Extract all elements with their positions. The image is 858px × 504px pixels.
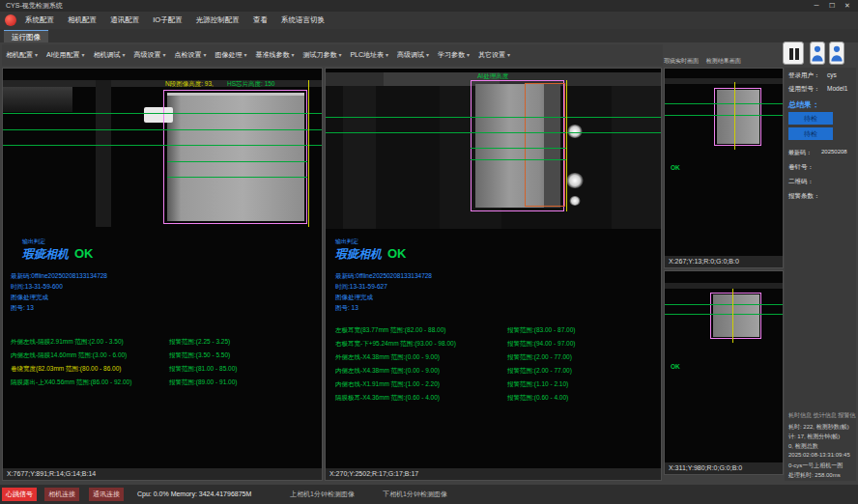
toolbar-item-other-settings[interactable]: 其它设置▾ [478,44,510,66]
measurement-alarm: 报警范围:(94.00 - 97.00) [507,341,575,348]
chevron-down-icon: ▾ [204,52,207,58]
user-icon [830,42,844,64]
toolbar-label: 点检设置 [175,51,202,58]
toolbar-item-baseline-params[interactable]: 基准线参数▾ [255,44,294,66]
run-control-box [783,41,856,66]
judge-label: 输出判定 [335,238,358,244]
toolbar-item-camera-config[interactable]: 相机配置▾ [6,44,38,66]
close-button[interactable]: ✕ [841,0,854,12]
minimize-button[interactable]: ─ [810,0,823,12]
chevron-down-icon: ▾ [338,52,341,58]
latest-code-label: 最新码： [788,149,812,157]
maximize-button[interactable]: ☐ [825,0,839,12]
roi-outline-pink [714,88,761,146]
toolbar-item-image-processing[interactable]: 图像处理▾ [214,44,246,66]
measurement-alarm: 报警范围:(1.10 - 2.10) [507,381,568,388]
toolbar-item-camera-debug[interactable]: 相机调试▾ [94,44,126,66]
info-frame-no: 图号: 13 [11,305,34,312]
status-ok: OK [671,165,680,172]
roi-outline-orange [525,83,565,207]
pixel-coords-readout: X:267;Y:13;R:0;G:0;B:0 [665,256,783,267]
measure-line-green [167,161,307,162]
measurement-value: 外侧左线-隔膜2.91mm 范围:(2.00 - 3.50) [11,339,124,346]
pixel-coords-readout: X:270;Y:2502;R:17;G:17;B:17 [326,468,661,480]
login-user-label: 登录用户： [788,71,820,80]
machine-structure [3,87,72,112]
roi-outline-pink [163,90,307,224]
chevron-down-icon: ▾ [243,52,246,58]
menu-item-system-config[interactable]: 系统配置 [25,12,54,29]
pause-button[interactable] [783,42,804,65]
comm-connection-indicator: 通讯连接 [89,488,124,501]
toolbar-label: PLC地址表 [350,51,384,58]
measurement-alarm: 报警范围:(2.00 - 77.00) [507,354,572,361]
toolbar-item-spot-check[interactable]: 点检设置▾ [175,44,207,66]
stats-header: 耗时信息 统计信息 报警信息 [788,411,856,420]
measure-line-green [3,113,322,114]
toolbar-item-plc-address[interactable]: PLC地址表▾ [350,44,388,66]
toolbar-label: 图像处理 [214,51,242,58]
measurement-value: 外侧左线-X4.38mm 范围:(0.00 - 9.00) [335,354,440,361]
machine-structure [665,283,783,289]
toolbar-label: 相机调试 [94,51,121,58]
toolbar-label: 测试刀参数 [302,51,336,58]
toolbar-item-ai-config[interactable]: AI使用配置▾ [46,44,85,66]
toolbar-item-advanced-debug[interactable]: 高级调试▾ [397,44,429,66]
measure-line-yellow [308,80,309,227]
measure-line-green [167,177,307,178]
measure-line-yellow [734,82,735,150]
tab-run-image[interactable]: 运行图像 [4,30,48,42]
stats-line: 计: 17, 检测分钟(帧) [788,433,840,441]
chevron-down-icon: ▾ [82,52,85,58]
measurement-alarm: 报警范围:(0.60 - 4.00) [507,395,568,402]
pause-icon [789,48,793,60]
camera-view-right[interactable]: AI处理高度 输出判定 瑕疵相机OK 最新码:0ffline2025020813… [325,68,662,481]
preview-tab-result[interactable]: 检测结果画面 [706,58,741,64]
camera-result-title: 瑕疵相机OK [335,246,407,263]
machine-structure [96,80,111,227]
operator-button-2[interactable] [829,42,844,65]
toolbar-label: 相机配置 [6,51,33,58]
qr-code-label: 二维码： [788,178,814,186]
toolbar-item-advanced-settings[interactable]: 高级设置▾ [134,44,166,66]
judge-label: 输出判定 [22,238,45,244]
operator-button-1[interactable] [810,42,825,65]
menu-item-comm-config[interactable]: 通讯配置 [110,12,139,29]
upper-camera-status: 上相机1分钟检测图像 [290,485,355,504]
chevron-down-icon: ▾ [123,52,126,58]
overlay-ai-height-text: AI处理高度 [477,73,508,80]
info-time: 时间:13-31-59-627 [335,284,387,291]
preview-tab-live[interactable]: 瑕疵实时画面 [664,58,699,64]
pin-number-label: 卷针号： [788,163,814,172]
camera-name: 瑕疵相机 [335,247,382,261]
toolbar-item-learning-params[interactable]: 学习参数▾ [438,44,470,66]
coords-text: X:311;Y:980;R:0;G:0;B:0 [669,464,742,471]
machine-structure [612,86,661,229]
preview-view-top[interactable]: OK X:267;Y:13;R:0;G:0;B:0 [664,68,784,268]
pause-icon [795,48,799,60]
toolbar-label: 基准线参数 [255,51,289,58]
menu-item-light-config[interactable]: 光源控制配置 [196,12,240,29]
camera-view-left[interactable]: N段图像高度: 93, HS芯片高度: 150 输出判定 瑕疵相机OK 最新码:… [2,68,323,481]
measurement-value: 隔膜露出-上X40.56mm 范围:(86.00 - 92.00) [11,379,131,386]
measurement-value: 内侧左线-隔膜14.60mm 范围:(3.00 - 6.00) [11,352,127,359]
menu-item-language[interactable]: 系统语言切换 [281,12,325,29]
menu-item-camera-config[interactable]: 相机配置 [68,12,97,29]
info-sidebar: 登录用户： cys 使用型号： Model1 总结果： 待检 待检 最新码： 2… [785,68,856,481]
measurement-value: 内侧右线-X1.91mm 范围:(1.00 - 2.20) [335,381,440,388]
menu-item-view[interactable]: 查看 [253,12,268,29]
window-controls: ─ ☐ ✕ [810,0,854,12]
measurement-value: 内侧左线-X4.38mm 范围:(0.00 - 9.00) [335,368,440,375]
measure-line-green [665,304,783,305]
model-value: Model1 [827,85,847,92]
info-time: 时间:13-31-59-600 [11,284,63,291]
coords-text: X:267;Y:13;R:0;G:0;B:0 [669,258,739,265]
machine-structure [343,86,376,229]
toolbar-item-test-knife-params[interactable]: 测试刀参数▾ [302,44,341,66]
measure-line-green [326,117,661,118]
measurement-alarm: 报警范围:(2.00 - 77.00) [507,368,572,375]
stats-line: 2025:02:08-13:31:09:45 [788,452,850,458]
measure-line-green [3,145,322,146]
menu-item-io-config[interactable]: IO子配置 [153,12,182,29]
preview-view-bottom[interactable]: OK X:311;Y:980;R:0;G:0;B:0 [664,270,784,475]
